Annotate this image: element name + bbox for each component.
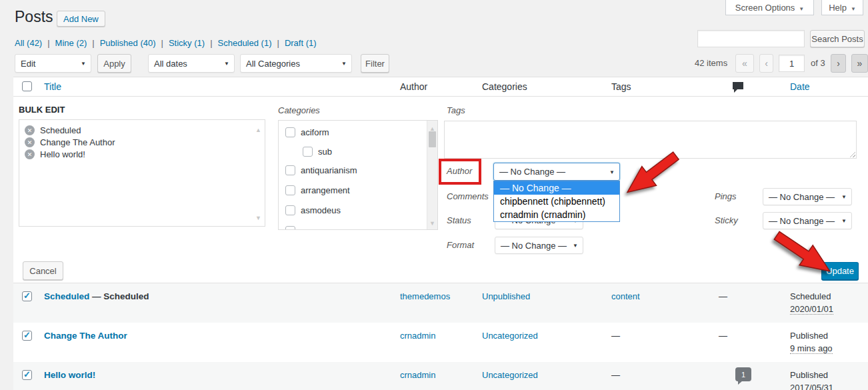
tags-label: Tags (447, 105, 465, 115)
update-button[interactable]: Update (821, 262, 859, 280)
view-link-sticky[interactable]: Sticky (1) (169, 38, 218, 48)
category-link[interactable]: Uncategorized (482, 370, 538, 380)
checkbox[interactable] (285, 127, 295, 137)
column-header-author: Author (400, 81, 427, 92)
pings-label: Pings (715, 191, 737, 201)
column-header-tags: Tags (611, 81, 631, 92)
current-page-input[interactable] (779, 55, 805, 72)
category-option-child[interactable]: sub (303, 147, 332, 157)
checkbox[interactable] (285, 165, 295, 175)
total-pages-label: of 3 (811, 58, 825, 68)
author-link[interactable]: crnadmin (400, 331, 435, 341)
row-checkbox[interactable] (22, 291, 32, 301)
view-link-draft[interactable]: Draft (1) (285, 38, 317, 48)
row-checkbox[interactable] (22, 331, 32, 341)
column-header-title[interactable]: Title (44, 81, 61, 92)
bulk-title-item: Change The Author (25, 137, 115, 147)
row-checkbox[interactable] (22, 370, 32, 380)
post-title-link[interactable]: Hello world! (44, 370, 95, 380)
bulk-title-item: Scheduled (25, 125, 81, 135)
checkbox[interactable] (285, 185, 295, 195)
checkbox[interactable] (285, 226, 295, 230)
help-label: Help (829, 3, 847, 13)
category-option[interactable]: asmodeus (285, 205, 341, 215)
checkbox[interactable] (303, 147, 313, 157)
view-link-all[interactable]: All (42) (15, 38, 55, 48)
last-page-button[interactable]: » (851, 54, 868, 73)
category-link[interactable]: Unpublished (482, 291, 530, 301)
scrollbar[interactable] (427, 121, 437, 229)
search-posts-button[interactable]: Search Posts (810, 30, 865, 47)
tags-textarea[interactable] (444, 121, 857, 159)
comment-count-bubble[interactable]: 1 (735, 367, 751, 381)
help-tab[interactable]: Help (821, 0, 863, 15)
status-label: Status (447, 215, 471, 225)
category-option[interactable]: aciform (285, 127, 329, 137)
add-new-button[interactable]: Add New (57, 11, 105, 27)
tag-link[interactable]: content (611, 291, 640, 301)
column-header-date[interactable]: Date (790, 81, 810, 92)
scrollbar-thumb[interactable] (429, 131, 436, 147)
bulk-edit-legend: BULK EDIT (19, 105, 65, 115)
table-row: Hello world! crnadmin Uncategorized — 1 … (13, 362, 868, 390)
category-option[interactable]: antiquarianism (285, 165, 357, 175)
author-option-no-change[interactable]: — No Change — (494, 181, 619, 195)
sticky-label: Sticky (715, 215, 738, 225)
scroll-down-icon[interactable] (255, 212, 261, 222)
tags-empty: — (611, 370, 620, 380)
post-title-link[interactable]: Change The Author (44, 331, 127, 341)
bulk-action-select[interactable]: Edit (15, 54, 91, 73)
pings-select[interactable]: — No Change — (763, 188, 852, 205)
remove-item-icon[interactable] (25, 125, 35, 135)
sticky-select[interactable]: — No Change — (763, 212, 852, 229)
post-title-link[interactable]: Scheduled (44, 291, 89, 301)
date-status: Published (790, 331, 828, 341)
view-link-scheduled[interactable]: Scheduled (1) (218, 38, 285, 48)
author-select[interactable]: — No Change — (493, 163, 620, 181)
apply-button[interactable]: Apply (97, 54, 131, 73)
comments-empty: — (719, 291, 727, 301)
checkbox[interactable] (285, 205, 295, 215)
categories-checklist: aciform sub antiquarianism arrangement a… (278, 120, 438, 230)
categories-filter-select[interactable]: All Categories (240, 54, 352, 73)
date-value: 2017/05/31 (790, 383, 833, 390)
author-label: Author (447, 166, 472, 176)
comments-empty: — (719, 331, 727, 341)
format-select[interactable]: — No Change — (495, 237, 583, 254)
category-link[interactable]: Uncategorized (482, 331, 538, 341)
search-input[interactable] (697, 30, 805, 47)
chevron-down-icon (799, 3, 804, 13)
remove-item-icon[interactable] (25, 137, 35, 147)
first-page-button[interactable]: « (735, 54, 754, 73)
category-option-partial[interactable] (285, 226, 295, 230)
remove-item-icon[interactable] (25, 149, 35, 159)
categories-label: Categories (278, 105, 320, 115)
items-count: 42 items (695, 58, 727, 68)
bulk-edit-panel: BULK EDIT Scheduled Change The Author He… (13, 97, 868, 283)
wp-admin-posts-screen: Screen Options Help Posts Add New Search… (0, 0, 868, 390)
cancel-button[interactable]: Cancel (23, 261, 63, 280)
category-option[interactable]: arrangement (285, 185, 350, 195)
view-link-mine[interactable]: Mine (2) (55, 38, 100, 48)
prev-page-button[interactable]: ‹ (759, 54, 773, 73)
next-page-button[interactable]: › (831, 54, 846, 73)
author-link[interactable]: themedemos (400, 291, 450, 301)
scroll-up-icon[interactable] (255, 124, 261, 134)
view-link-published[interactable]: Published (40) (100, 38, 169, 48)
tags-empty: — (611, 331, 620, 341)
author-link[interactable]: crnadmin (400, 370, 435, 380)
select-all-checkbox[interactable] (22, 81, 32, 91)
author-option-crnadmin[interactable]: crnadmin (crnadmin) (494, 208, 619, 221)
table-row: Change The Author crnadmin Uncategorized… (13, 323, 868, 362)
scroll-down-icon[interactable] (429, 217, 435, 227)
chevron-down-icon (851, 3, 856, 13)
author-option-chipbennett[interactable]: chipbennett (chipbennett) (494, 195, 619, 208)
column-header-categories: Categories (482, 81, 527, 92)
date-status: Scheduled (790, 291, 831, 301)
author-dropdown-list: — No Change — chipbennett (chipbennett) … (493, 181, 620, 222)
date-value: 9 mins ago (790, 343, 833, 353)
dates-filter-select[interactable]: All dates (148, 54, 235, 73)
screen-options-tab[interactable]: Screen Options (725, 0, 814, 15)
table-header-row: Title Author Categories Tags Date (13, 77, 868, 97)
filter-button[interactable]: Filter (361, 54, 389, 73)
